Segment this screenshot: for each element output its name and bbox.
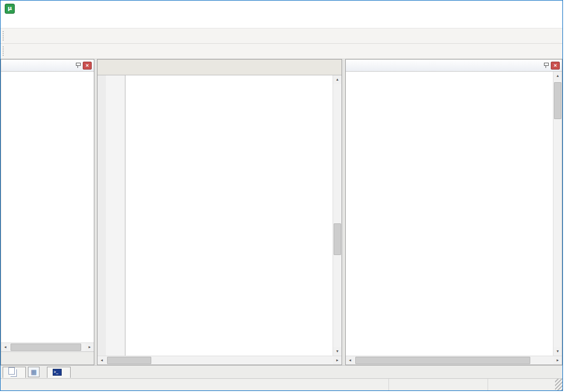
- tab-command[interactable]: [47, 367, 71, 378]
- scroll-right-icon[interactable]: ▸: [553, 356, 562, 365]
- title-bar: µ: [1, 1, 562, 16]
- uart-panel-header: ×: [346, 60, 562, 72]
- editor-panel: ▴ ▾ ◂ ▸: [97, 59, 342, 365]
- scroll-thumb[interactable]: [334, 223, 341, 255]
- uart-output: [346, 72, 553, 356]
- scroll-down-icon[interactable]: ▾: [333, 347, 342, 356]
- call-stack-icon: [8, 367, 15, 375]
- editor-vscrollbar[interactable]: ▴ ▾: [333, 75, 342, 356]
- console-icon: [53, 369, 62, 376]
- scroll-down-icon[interactable]: ▾: [553, 347, 562, 356]
- project-tree-hscrollbar[interactable]: ◂ ▸: [1, 342, 94, 351]
- scroll-up-icon[interactable]: ▴: [333, 75, 342, 84]
- uart-vscrollbar[interactable]: ▴ ▾: [553, 72, 562, 356]
- status-bar: [1, 378, 562, 390]
- project-panel-header: ×: [1, 60, 94, 72]
- app-icon: µ: [5, 4, 15, 14]
- scroll-up-icon[interactable]: ▴: [553, 72, 562, 80]
- project-panel: × ◂ ▸: [1, 59, 94, 365]
- main-area: × ◂ ▸ ▴ ▾ ◂: [1, 59, 562, 365]
- uart-panel: × ▴ ▾ ◂ ▸: [345, 59, 562, 365]
- workspace-tabstrip: [1, 351, 94, 365]
- uart-hscrollbar[interactable]: ◂ ▸: [346, 356, 562, 365]
- scroll-thumb[interactable]: [11, 344, 81, 351]
- uvision-window: µ × ◂ ▸: [0, 0, 563, 391]
- debug-toolbar: [1, 44, 562, 59]
- pin-icon[interactable]: [75, 63, 80, 68]
- scroll-left-icon[interactable]: ◂: [1, 343, 9, 351]
- status-simulation: [388, 379, 488, 390]
- scroll-thumb[interactable]: [554, 82, 561, 119]
- status-time: [488, 379, 555, 390]
- resize-grip-icon[interactable]: [555, 379, 562, 390]
- file-toolbar: [1, 28, 562, 44]
- tab-call-stack-locals[interactable]: [3, 367, 26, 378]
- scroll-left-icon[interactable]: ◂: [346, 356, 354, 365]
- close-icon[interactable]: ×: [83, 62, 92, 70]
- scroll-left-icon[interactable]: ◂: [98, 356, 106, 365]
- status-pane-empty: [1, 379, 388, 390]
- scroll-right-icon[interactable]: ▸: [85, 343, 94, 351]
- code-editor[interactable]: [98, 75, 333, 356]
- menu-bar: [1, 16, 562, 28]
- bottom-dock-row: ▦: [1, 365, 562, 378]
- project-tree: [1, 72, 94, 342]
- memory-window-button[interactable]: ▦: [28, 367, 40, 377]
- close-icon[interactable]: ×: [551, 62, 560, 70]
- pin-icon[interactable]: [543, 63, 548, 68]
- scroll-thumb[interactable]: [355, 357, 530, 364]
- scroll-right-icon[interactable]: ▸: [333, 356, 342, 365]
- editor-hscrollbar[interactable]: ◂ ▸: [98, 356, 342, 365]
- editor-tabbar: [98, 60, 342, 75]
- scroll-thumb[interactable]: [107, 357, 151, 364]
